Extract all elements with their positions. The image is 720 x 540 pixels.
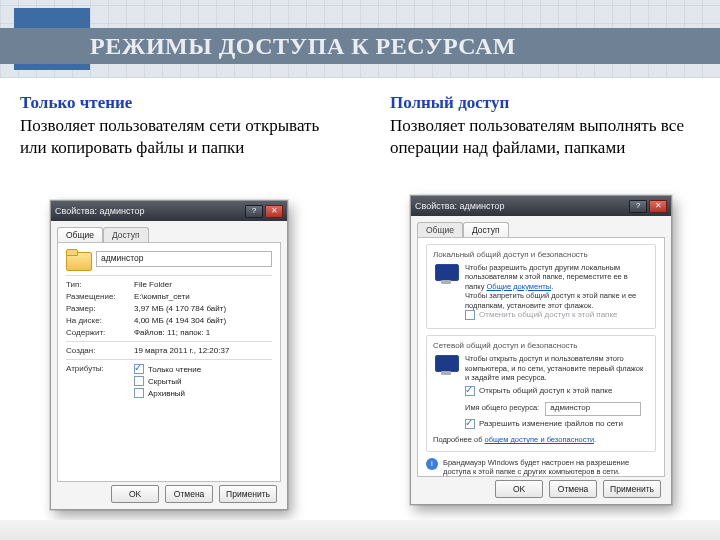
row-contains: Содержит:Файлов: 11; папок: 1 — [66, 328, 272, 337]
help-button[interactable]: ? — [629, 200, 647, 213]
row-size: Размер:3,97 МБ (4 170 784 байт) — [66, 304, 272, 313]
window1-titlebar[interactable]: Свойства: админстор ? ✕ — [51, 201, 287, 221]
left-column: Только чтение Позволяет пользователям се… — [20, 92, 330, 158]
group-net-text: Чтобы открыть доступ и пользователям это… — [465, 354, 649, 431]
checkbox-allow-modify[interactable]: Разрешить изменение файлов по сети — [465, 419, 623, 429]
firewall-info: i Брандмауэр Windows будет настроен на р… — [426, 458, 656, 478]
properties-window-general: Свойства: админстор ? ✕ Общие Доступ адм… — [50, 200, 288, 510]
cancel-button[interactable]: Отмена — [165, 485, 213, 503]
tab-general[interactable]: Общие — [57, 227, 103, 242]
monitor-icon — [433, 263, 459, 285]
close-button[interactable]: ✕ — [265, 205, 283, 218]
window1-panel: админстор Тип:File Folder Размещение:E:\… — [57, 242, 281, 482]
right-heading: Полный доступ — [390, 92, 700, 113]
divider — [66, 275, 272, 276]
folder-icon — [66, 249, 90, 269]
ok-button[interactable]: OK — [111, 485, 159, 503]
slide-title-bar: РЕЖИМЫ ДОСТУПА К РЕСУРСАМ — [0, 28, 720, 64]
shared-documents-link[interactable]: Общие документы — [487, 282, 552, 291]
row-attrs: Атрибуты: Только чтение Скрытый Архивный — [66, 364, 272, 400]
window2-title: Свойства: админстор — [415, 201, 627, 211]
properties-window-sharing: Свойства: админстор ? ✕ Общие Доступ Лок… — [410, 195, 672, 505]
apply-button[interactable]: Применить — [219, 485, 277, 503]
footer-strip — [0, 520, 720, 540]
left-desc: Позволяет пользователям сети открывать и… — [20, 115, 330, 158]
help-button[interactable]: ? — [245, 205, 263, 218]
close-button[interactable]: ✕ — [649, 200, 667, 213]
share-name-field[interactable]: админстор — [545, 402, 641, 416]
cancel-button[interactable]: Отмена — [549, 480, 597, 498]
group-local-title: Локальный общий доступ и безопасность — [433, 250, 649, 259]
checkbox-open-share[interactable]: Открыть общий доступ к этой папке — [465, 386, 612, 396]
sharing-security-link[interactable]: общем доступе и безопасности — [485, 435, 595, 444]
row-ondisk: На диске:4,00 МБ (4 194 304 байт) — [66, 316, 272, 325]
checkbox-icon — [134, 376, 144, 386]
row-location: Размещение:E:\компьт_сети — [66, 292, 272, 301]
share-name-label: Имя общего ресурса: — [465, 403, 539, 412]
content-area: Только чтение Позволяет пользователям се… — [20, 92, 700, 158]
learn-more-line: Подробнее об общем доступе и безопасност… — [433, 435, 649, 444]
checkbox-disable-share: Отменить общий доступ к этой папке — [465, 310, 617, 320]
divider — [66, 359, 272, 360]
row-created: Создан:19 марта 2011 г., 12:20:37 — [66, 346, 272, 355]
right-column: Полный доступ Позволяет пользователям вы… — [390, 92, 700, 158]
window1-title: Свойства: админстор — [55, 206, 243, 216]
checkbox-readonly[interactable]: Только чтение — [134, 364, 201, 374]
window1-tabs: Общие Доступ — [51, 221, 287, 242]
tab-access[interactable]: Доступ — [103, 227, 149, 242]
window2-buttons: OK Отмена Применить — [411, 480, 671, 498]
folder-name-field[interactable]: админстор — [96, 251, 272, 267]
left-heading: Только чтение — [20, 92, 330, 113]
group-local-sharing: Локальный общий доступ и безопасность Чт… — [426, 244, 656, 329]
checkbox-icon — [465, 419, 475, 429]
checkbox-archive[interactable]: Архивный — [134, 388, 185, 398]
window2-tabs: Общие Доступ — [411, 216, 671, 237]
group-local-text: Чтобы разрешить доступ другим локальным … — [465, 263, 649, 322]
slide-title: РЕЖИМЫ ДОСТУПА К РЕСУРСАМ — [90, 33, 516, 60]
row-type: Тип:File Folder — [66, 280, 272, 289]
tab-access[interactable]: Доступ — [463, 222, 509, 237]
monitor-icon — [433, 354, 459, 376]
window2-panel: Локальный общий доступ и безопасность Чт… — [417, 237, 665, 477]
checkbox-icon — [465, 386, 475, 396]
checkbox-icon — [465, 310, 475, 320]
checkbox-hidden[interactable]: Скрытый — [134, 376, 181, 386]
tab-general[interactable]: Общие — [417, 222, 463, 237]
checkbox-icon — [134, 388, 144, 398]
checkbox-icon — [134, 364, 144, 374]
firewall-text: Брандмауэр Windows будет настроен на раз… — [443, 458, 656, 476]
group-network-sharing: Сетевой общий доступ и безопасность Чтоб… — [426, 335, 656, 451]
apply-button[interactable]: Применить — [603, 480, 661, 498]
ok-button[interactable]: OK — [495, 480, 543, 498]
firewall-settings-link[interactable]: Просмотр параметров брандмауэра Windows — [443, 476, 602, 478]
right-desc: Позволяет пользователям выполнять все оп… — [390, 115, 700, 158]
window1-buttons: OK Отмена Применить — [51, 485, 287, 503]
info-icon: i — [426, 458, 438, 470]
divider — [66, 341, 272, 342]
window2-titlebar[interactable]: Свойства: админстор ? ✕ — [411, 196, 671, 216]
group-net-title: Сетевой общий доступ и безопасность — [433, 341, 649, 350]
